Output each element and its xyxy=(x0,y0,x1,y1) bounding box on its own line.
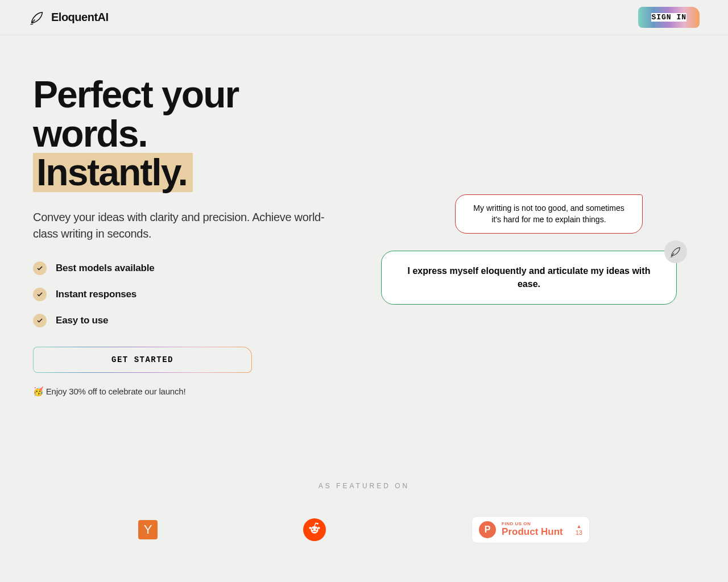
hero-section: Perfect your words. Instantly. Convey yo… xyxy=(0,35,728,419)
svg-point-4 xyxy=(318,527,320,529)
feature-label: Instant responses xyxy=(56,289,136,300)
producthunt-badge[interactable]: P FIND US ON Product Hunt ▲ 13 xyxy=(471,516,590,543)
sign-in-button[interactable]: SIGN IN xyxy=(638,7,700,28)
hero-title-line1: Perfect your words. xyxy=(33,73,238,155)
featured-label: AS FEATURED ON xyxy=(33,482,695,490)
brand-name: EloquentAI xyxy=(51,11,109,24)
check-icon xyxy=(33,261,47,275)
check-icon xyxy=(33,314,47,327)
hero-right: My writting is not too good, and sometim… xyxy=(363,75,695,397)
svg-point-3 xyxy=(309,527,312,529)
ph-count-value: 13 xyxy=(576,529,582,536)
brand-logo[interactable]: EloquentAI xyxy=(28,9,109,26)
feature-item: Instant responses xyxy=(33,288,340,301)
ph-find-label: FIND US ON xyxy=(502,521,563,526)
check-icon xyxy=(33,288,47,301)
hero-title: Perfect your words. Instantly. xyxy=(33,75,340,192)
demo-output-bubble: I express myself eloquently and articula… xyxy=(381,251,677,305)
svg-point-5 xyxy=(317,523,318,525)
svg-point-1 xyxy=(312,529,313,530)
featured-section: AS FEATURED ON Y P FIND US ON xyxy=(0,482,728,543)
site-header: EloquentAI SIGN IN xyxy=(0,0,728,35)
svg-point-0 xyxy=(311,526,318,534)
ph-upvote: ▲ 13 xyxy=(576,523,582,536)
hero-title-highlight: Instantly. xyxy=(33,153,193,192)
reddit-badge[interactable] xyxy=(303,518,326,541)
reddit-icon xyxy=(307,521,322,538)
demo-input-bubble: My writting is not too good, and sometim… xyxy=(455,194,643,234)
hero-subtitle: Convey your ideas with clarity and preci… xyxy=(33,209,340,242)
feather-icon xyxy=(28,9,46,26)
featured-logos: Y P FIND US ON Product Hunt xyxy=(65,516,663,543)
feature-label: Best models available xyxy=(56,263,154,274)
feature-item: Easy to use xyxy=(33,314,340,327)
promo-text: 🥳 Enjoy 30% off to celebrate our launch! xyxy=(33,386,340,397)
producthunt-icon: P xyxy=(479,521,496,538)
get-started-button[interactable]: GET STARTED xyxy=(33,347,252,373)
feature-list: Best models available Instant responses … xyxy=(33,261,340,327)
demo-output-wrap: I express myself eloquently and articula… xyxy=(381,251,677,305)
feature-label: Easy to use xyxy=(56,315,108,326)
ph-name: Product Hunt xyxy=(502,526,563,538)
hackernews-badge[interactable]: Y xyxy=(138,520,158,539)
hero-left: Perfect your words. Instantly. Convey yo… xyxy=(33,75,340,397)
feature-item: Best models available xyxy=(33,261,340,275)
avatar-icon xyxy=(664,240,687,263)
triangle-up-icon: ▲ xyxy=(576,523,581,529)
svg-point-2 xyxy=(316,529,317,530)
